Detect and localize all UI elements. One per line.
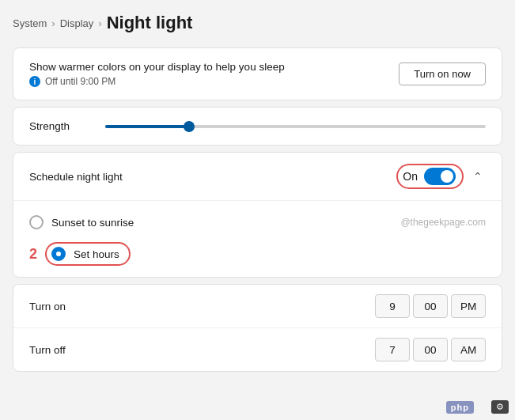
turn-on-row: Turn on 9 00 PM xyxy=(13,285,502,328)
breadcrumb: System › Display › Night light xyxy=(13,13,502,33)
watermark: @thegeekpage.com xyxy=(400,217,486,228)
schedule-label: Schedule night light xyxy=(29,171,123,183)
display-link[interactable]: Display xyxy=(60,17,94,29)
annotation-2: 2 xyxy=(29,246,37,263)
turn-off-inputs: 7 00 AM xyxy=(375,338,486,361)
schedule-body: Sunset to sunrise @thegeekpage.com 2 Set… xyxy=(13,200,502,277)
set-hours-radio-label: Set hours xyxy=(74,248,119,260)
strength-label: Strength xyxy=(29,120,93,132)
turn-off-label: Turn off xyxy=(29,344,66,356)
sunset-radio-row: Sunset to sunrise @thegeekpage.com xyxy=(29,209,486,236)
night-light-status: Off until 9:00 PM xyxy=(45,76,115,87)
turn-off-row: Turn off 7 00 AM xyxy=(13,328,502,371)
turn-off-minute[interactable]: 00 xyxy=(413,338,448,361)
sep2: › xyxy=(98,17,101,29)
sunset-radio-button[interactable] xyxy=(29,215,44,229)
turn-on-hour[interactable]: 9 xyxy=(375,294,410,318)
info-icon: i xyxy=(29,76,40,87)
set-hours-radio-button[interactable] xyxy=(51,247,66,261)
gear-label: ⚙ xyxy=(496,402,504,411)
sunset-radio-label: Sunset to sunrise xyxy=(51,217,134,229)
set-hours-radio-row[interactable]: Set hours xyxy=(45,242,131,266)
schedule-chevron-button[interactable]: ⌃ xyxy=(470,168,486,184)
turn-off-ampm[interactable]: AM xyxy=(451,338,486,361)
system-link[interactable]: System xyxy=(13,17,47,29)
strength-slider-thumb[interactable] xyxy=(184,121,195,132)
toggle-knob xyxy=(441,170,453,183)
php-badge: php xyxy=(446,401,474,414)
strength-slider-fill xyxy=(105,125,189,128)
turn-on-label: Turn on xyxy=(29,301,66,312)
turn-on-now-button[interactable]: Turn on now xyxy=(399,62,486,85)
schedule-card: Schedule night light On ⌃ Sunset to sunr… xyxy=(13,152,502,278)
sunset-radio-left: Sunset to sunrise xyxy=(29,215,134,229)
turn-on-inputs: 9 00 PM xyxy=(375,294,486,318)
strength-card: Strength xyxy=(13,107,502,146)
strength-slider-track[interactable] xyxy=(105,125,486,128)
sep1: › xyxy=(51,17,55,29)
night-light-description: Show warmer colors on your display to he… xyxy=(29,61,285,73)
schedule-toggle[interactable] xyxy=(424,168,456,185)
turn-on-ampm[interactable]: PM xyxy=(451,294,486,318)
php-label: php xyxy=(451,403,469,412)
gear-badge: ⚙ xyxy=(491,400,509,414)
schedule-toggle-container: On xyxy=(396,164,464,189)
time-card: Turn on 9 00 PM Turn off 7 00 AM xyxy=(13,284,502,372)
turn-off-hour[interactable]: 7 xyxy=(375,338,410,361)
turn-on-minute[interactable]: 00 xyxy=(413,294,448,318)
page-title: Night light xyxy=(107,13,193,33)
night-light-card: Show warmer colors on your display to he… xyxy=(13,47,502,100)
schedule-header: Schedule night light On ⌃ xyxy=(13,153,502,200)
schedule-right: On ⌃ xyxy=(396,164,486,189)
schedule-toggle-label: On xyxy=(403,170,418,183)
